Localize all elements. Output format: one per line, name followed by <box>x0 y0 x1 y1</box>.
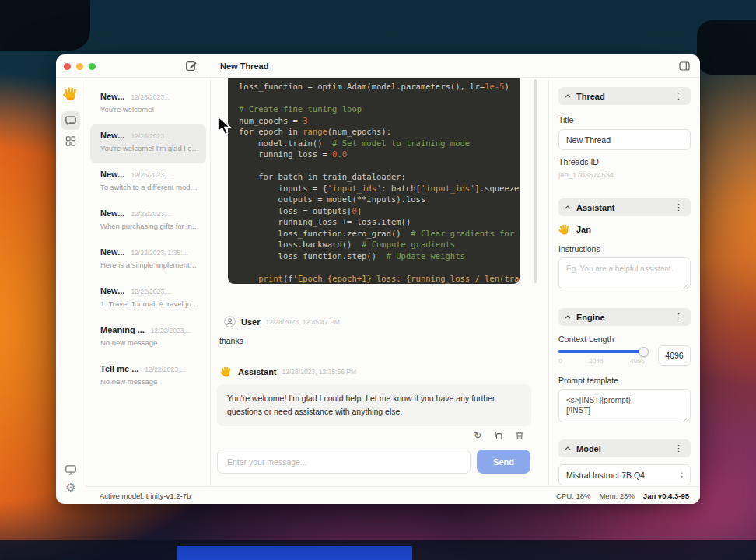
thread-list-item[interactable]: Tell me ...12/22/2023,... No new message <box>90 358 206 397</box>
assistant-message-bubble: You're welcome! I'm glad I could help. L… <box>217 384 531 426</box>
copy-icon <box>494 431 503 440</box>
chevron-up-icon <box>565 315 571 319</box>
chat-panel: loss_function = optim.Adam(model.paramet… <box>211 78 548 486</box>
gear-icon: ⚙ <box>65 481 75 494</box>
context-length-slider[interactable] <box>558 350 645 353</box>
close-window-button[interactable] <box>64 63 71 70</box>
engine-section-menu-button[interactable]: ⋮ <box>673 313 684 321</box>
rail-item-system-monitor[interactable] <box>65 464 77 476</box>
status-bar: Active model: trinity-v1.2-7b CPU: 18% M… <box>86 486 700 504</box>
window-title: New Thread <box>220 61 268 71</box>
thread-title: Meaning ... <box>100 325 145 334</box>
kebab-icon: ⋮ <box>674 91 683 100</box>
jan-hand-icon <box>558 223 571 236</box>
settings-sidebar: Thread ⋮ Title Threads ID jan_1703574534… <box>548 78 700 486</box>
trash-icon <box>515 431 524 440</box>
thread-title: New... <box>100 247 124 257</box>
thread-title: New... <box>100 170 124 179</box>
tick-mid: 2048 <box>589 357 604 365</box>
assistant-section-menu-button[interactable]: ⋮ <box>673 203 684 212</box>
thread-list-item[interactable]: New...12/28/2023... You're welcome! <box>90 86 206 124</box>
rail-item-settings[interactable]: ⚙ <box>65 481 75 495</box>
memory-usage: Mem: 28% <box>599 492 634 500</box>
model-select[interactable]: Mistral Instruct 7B Q4 ▴▾ <box>558 464 691 485</box>
assistant-section-header[interactable]: Assistant ⋮ <box>558 198 691 216</box>
user-message-author: User <box>241 317 260 327</box>
engine-section-title: Engine <box>576 313 605 322</box>
thread-preview: 1. Travel Journal: A travel journ... <box>100 299 200 308</box>
instructions-textarea[interactable] <box>558 257 691 289</box>
model-section-header[interactable]: Model ⋮ <box>558 439 691 457</box>
resize-grip-icon[interactable] <box>683 417 688 422</box>
thread-date: 12/22/2023,... <box>131 210 171 218</box>
thread-preview: Here is a simple implementati... <box>100 261 200 269</box>
zoom-window-button[interactable] <box>89 63 96 70</box>
thread-date: 12/22/2023,... <box>151 327 191 334</box>
context-length-value-input[interactable] <box>658 345 691 366</box>
thread-date: 12/28/2023... <box>131 93 170 101</box>
thread-list-item-selected[interactable]: New...12/26/2023... You're welcome! I'm … <box>90 124 206 163</box>
refresh-icon: ↻ <box>474 431 481 440</box>
assistant-section-title: Assistant <box>576 203 615 212</box>
minimize-window-button[interactable] <box>76 63 83 70</box>
thread-title: New... <box>100 208 124 218</box>
new-thread-compose-button[interactable] <box>185 60 198 72</box>
tick-min: 0 <box>558 357 562 365</box>
thread-list-item[interactable]: New...12/22/2023,... When purchasing gif… <box>90 202 206 241</box>
message-actions: ↻ <box>471 429 526 442</box>
assistant-identity: Jan <box>558 223 691 236</box>
desktop-wallpaper: New Thread <box>0 0 756 560</box>
engine-section-header[interactable]: Engine ⋮ <box>558 308 691 326</box>
thread-title: New... <box>100 92 124 101</box>
thread-list-item[interactable]: New...12/22/2023,... 1. Travel Journal: … <box>90 280 206 319</box>
threads-id-value: jan_1703574534 <box>558 170 691 179</box>
rail-item-hub[interactable] <box>65 135 77 147</box>
thread-preview: When purchasing gifts for in-... <box>100 222 200 230</box>
title-label: Title <box>558 115 691 124</box>
tick-max: 4096 <box>630 357 645 365</box>
chat-scrollbar[interactable] <box>534 79 537 283</box>
kebab-icon: ⋮ <box>674 202 683 212</box>
jan-app-window: New Thread <box>56 54 700 504</box>
thread-section-title: Thread <box>576 92 605 101</box>
thread-list-item[interactable]: New...12/26/2023,... To switch to a diff… <box>90 163 206 202</box>
copy-button[interactable] <box>492 429 505 442</box>
send-button[interactable]: Send <box>477 450 530 474</box>
context-length-label: Context Length <box>558 334 691 344</box>
monitor-icon <box>65 464 77 476</box>
thread-date: 12/22/2023,... <box>131 288 171 296</box>
toggle-right-panel-button[interactable] <box>678 60 691 72</box>
slider-handle[interactable] <box>639 347 649 357</box>
model-section-menu-button[interactable]: ⋮ <box>673 444 684 453</box>
cpu-usage: CPU: 18% <box>556 492 590 500</box>
thread-list: New...12/28/2023... You're welcome! New.… <box>86 78 211 486</box>
thread-section-menu-button[interactable]: ⋮ <box>673 92 684 100</box>
wallpaper-dock-strip <box>177 546 412 560</box>
select-updown-icon: ▴▾ <box>681 471 683 478</box>
thread-list-item[interactable]: Meaning ...12/22/2023,... No new message <box>90 319 206 358</box>
thread-section-header[interactable]: Thread ⋮ <box>558 87 691 105</box>
rail-item-chat[interactable] <box>61 111 80 130</box>
message-input[interactable] <box>217 450 471 474</box>
thread-list-item[interactable]: New...12/22/2023, 1:35:... Here is a sim… <box>90 241 206 280</box>
jan-logo-hand-icon <box>63 86 79 102</box>
context-length-control: 0 2048 4096 <box>558 345 691 366</box>
assistant-message-timestamp: 12/28/2023, 12:35:56 PM <box>282 368 356 376</box>
resize-grip-icon[interactable] <box>683 284 688 289</box>
prompt-template-textarea[interactable]: <s>[INST]{prompt} [/INST] <box>558 389 691 422</box>
delete-button[interactable] <box>513 429 526 442</box>
thread-preview: You're welcome! I'm glad I cou... <box>100 144 200 152</box>
user-avatar-icon <box>224 316 236 327</box>
compose-icon <box>185 60 198 72</box>
user-message-text: thanks <box>219 336 243 345</box>
thread-title-input[interactable] <box>558 129 691 150</box>
thread-preview: To switch to a different model,... <box>100 183 200 191</box>
regenerate-button[interactable]: ↻ <box>471 429 484 442</box>
slider-ticks: 0 2048 4096 <box>558 357 645 365</box>
kebab-icon: ⋮ <box>674 312 683 321</box>
thread-preview: You're welcome! <box>100 105 200 114</box>
chevron-up-icon <box>565 205 571 209</box>
grid-icon <box>65 135 77 147</box>
chat-bubble-icon <box>65 115 76 126</box>
kebab-icon: ⋮ <box>674 443 683 453</box>
